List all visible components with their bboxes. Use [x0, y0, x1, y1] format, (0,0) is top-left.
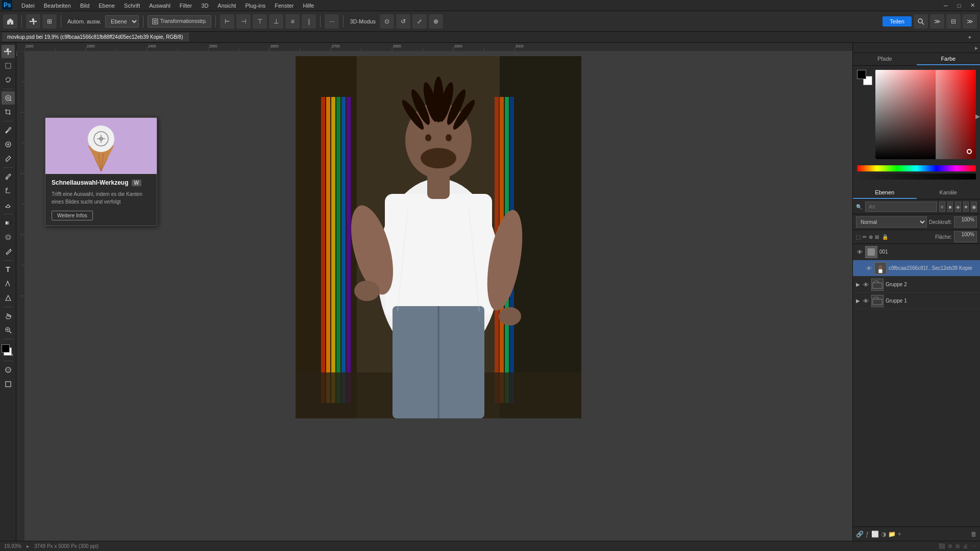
collapse-right-panel-button[interactable]: ▸	[975, 44, 978, 52]
menu-plugins[interactable]: Plug-ins	[241, 2, 270, 10]
layer-fx-icon[interactable]: ƒ	[866, 531, 869, 538]
more-options-button[interactable]: ···	[325, 14, 339, 29]
menu-auswahl[interactable]: Auswahl	[145, 2, 175, 10]
collapse-panel-button[interactable]: ▸	[967, 34, 974, 40]
marquee-tool[interactable]	[2, 59, 15, 72]
eraser-tool[interactable]	[2, 198, 15, 212]
menu-datei[interactable]: Datei	[17, 2, 39, 10]
layer-visibility-icon[interactable]: 👁	[856, 248, 863, 256]
lock-all-icon[interactable]: 🔒	[882, 234, 888, 240]
lock-transparent-icon[interactable]: ⬚	[856, 234, 861, 240]
status-grid-icon[interactable]: ⊞	[955, 543, 960, 549]
path-selection-tool[interactable]	[2, 277, 15, 290]
blur-tool[interactable]	[2, 231, 15, 244]
expand-panel-icon[interactable]: ≫	[963, 14, 977, 29]
clone-stamp-tool[interactable]	[2, 170, 15, 183]
layer-visibility-icon[interactable]: 👁	[862, 281, 869, 288]
layer-type-filter[interactable]: ≡	[939, 202, 945, 212]
history-brush-tool[interactable]	[2, 184, 15, 197]
fill-value[interactable]: 100%	[954, 231, 977, 242]
collapse-panel-icon[interactable]: ≫	[930, 14, 944, 29]
layer-mask-icon[interactable]: ⬜	[871, 531, 879, 538]
menu-bearbeiten[interactable]: Bearbeiten	[40, 2, 75, 10]
home-button[interactable]	[3, 14, 17, 29]
align-top-button[interactable]: ⊥	[269, 14, 283, 29]
auto-dropdown[interactable]: Ebene	[105, 15, 139, 28]
quick-select-tool[interactable]	[2, 91, 15, 105]
tooltip-more-info-button[interactable]: Weitere Infos	[52, 211, 93, 220]
alpha-bar[interactable]	[857, 173, 976, 180]
align-center-button[interactable]: ⊣	[236, 14, 251, 29]
search-icon-button[interactable]	[914, 14, 928, 29]
gradient-tool[interactable]	[2, 216, 15, 230]
maximize-button[interactable]: □	[953, 0, 965, 11]
color-spectrum[interactable]	[875, 70, 976, 159]
menu-schrift[interactable]: Schrift	[120, 2, 144, 10]
blend-mode-dropdown[interactable]: Normal	[856, 216, 927, 228]
align-middle-button[interactable]: ≡	[285, 14, 300, 29]
group-expand-icon[interactable]: ▶	[856, 282, 860, 287]
tab-pfade[interactable]: Pfade	[853, 53, 917, 65]
new-layer-icon[interactable]: +	[898, 531, 901, 538]
lock-artboard-icon[interactable]: ⊞	[875, 234, 879, 240]
align-bottom-button[interactable]: |	[302, 14, 316, 29]
layer-color-filter[interactable]: ■	[947, 202, 953, 212]
layer-smart-filter[interactable]: ◈	[955, 202, 961, 212]
layer-item[interactable]: 👁 001	[853, 244, 980, 260]
lock-brush-icon[interactable]: ✏	[863, 234, 867, 240]
type-tool[interactable]: T	[2, 263, 15, 276]
menu-ebene[interactable]: Ebene	[94, 2, 119, 10]
quick-mask-tool[interactable]	[2, 363, 15, 377]
menu-ansicht[interactable]: Ansicht	[213, 2, 240, 10]
group-expand-icon[interactable]: ▶	[856, 298, 860, 304]
layer-item[interactable]: 👁 c9fbcaa1566c81f...Sec12eb39 Kopie	[853, 260, 980, 277]
canvas-content[interactable]: Schnellauswahl-Werkzeug W Trifft eine Au…	[24, 51, 852, 541]
move-tool-button[interactable]	[26, 14, 40, 29]
healing-brush-tool[interactable]	[2, 138, 15, 151]
lock-position-icon[interactable]: ⊕	[869, 234, 873, 240]
opacity-value[interactable]: 100%	[954, 216, 977, 228]
minimize-button[interactable]: ─	[940, 0, 951, 11]
3d-icon[interactable]: ⊙	[380, 14, 394, 29]
foreground-color-swatch[interactable]	[2, 344, 10, 353]
hand-tool[interactable]	[2, 309, 15, 322]
layers-filter-input[interactable]	[865, 202, 937, 212]
move-tool[interactable]	[2, 45, 15, 58]
zoom-tool[interactable]	[2, 323, 15, 337]
menu-hilfe[interactable]: Hilfe	[299, 2, 318, 10]
menu-3d[interactable]: 3D	[197, 2, 212, 10]
layer-toggle-filter[interactable]: ◉	[971, 202, 977, 212]
color-fg-swatch[interactable]	[857, 70, 866, 79]
share-button[interactable]: Teilen	[883, 16, 912, 27]
menu-filter[interactable]: Filter	[176, 2, 196, 10]
rotate-icon[interactable]: ↺	[396, 14, 410, 29]
color-spectrum-arrow[interactable]: ▶	[975, 113, 980, 120]
eyedropper-tool[interactable]	[2, 123, 15, 137]
layer-group-icon[interactable]: 📁	[888, 531, 896, 538]
brush-tool[interactable]	[2, 152, 15, 165]
extra3d-icon[interactable]: ⊕	[429, 14, 443, 29]
layer-adjustment-icon[interactable]: ◑	[881, 531, 886, 538]
menu-bild[interactable]: Bild	[76, 2, 93, 10]
layer-visibility-icon[interactable]: 👁	[862, 297, 869, 305]
transform3d-icon[interactable]: ⤢	[412, 14, 427, 29]
document-tab[interactable]: movkup.psd bei 19,9% (c9fbcaa1566c81fb88…	[2, 33, 189, 41]
status-settings-icon[interactable]: ⚙	[948, 543, 952, 549]
tab-farbe[interactable]: Farbe	[917, 53, 981, 65]
lasso-tool[interactable]	[2, 73, 15, 87]
transform-dropdown[interactable]: Transformationsstrp.	[148, 15, 211, 28]
align-left-button[interactable]: ⊢	[220, 14, 234, 29]
panel-arrange-icon[interactable]: ⊟	[946, 14, 961, 29]
status-print-icon[interactable]: 🖨	[963, 543, 968, 549]
close-button[interactable]: ✕	[967, 0, 978, 11]
pen-tool[interactable]	[2, 245, 15, 258]
align-right-button[interactable]: ⊤	[253, 14, 267, 29]
layer-visibility-icon[interactable]: 👁	[865, 265, 872, 272]
delete-layer-icon[interactable]: 🗑	[971, 531, 977, 538]
status-more-icon[interactable]: ⋯	[971, 543, 976, 549]
artboard-button[interactable]: ⊞	[42, 14, 57, 29]
layer-item-group[interactable]: ▶ 👁 Gruppe 1	[853, 293, 980, 309]
layer-item-group[interactable]: ▶ 👁 Gruppe 2	[853, 277, 980, 293]
hue-bar[interactable]	[857, 165, 976, 171]
status-arrange-icon[interactable]: ⬛	[939, 543, 945, 549]
